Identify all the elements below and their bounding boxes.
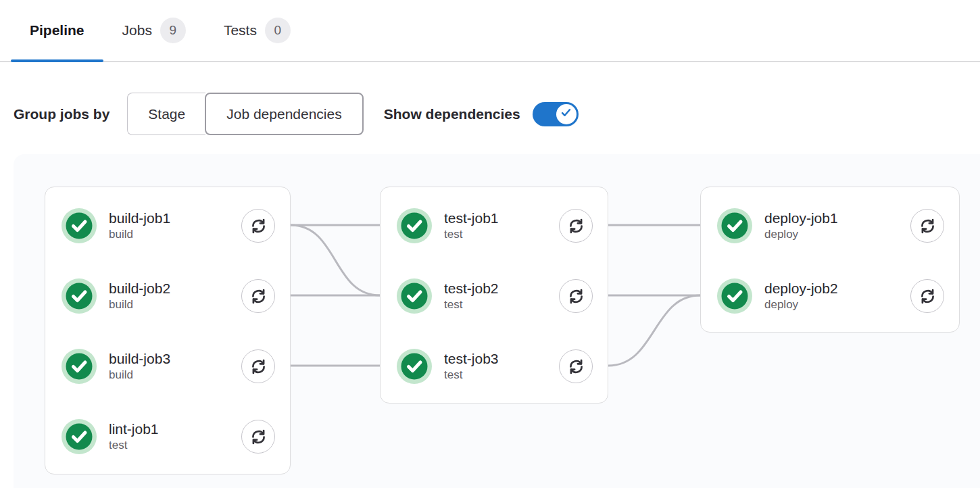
job-link[interactable]: deploy-job2 — [764, 280, 838, 297]
job-stage-label: test — [444, 297, 499, 312]
tab-jobs-label: Jobs — [122, 22, 152, 39]
job-link[interactable]: lint-job1 — [109, 420, 159, 438]
status-success-icon — [397, 278, 432, 314]
retry-button[interactable] — [241, 209, 275, 243]
job-row: build-job1 build — [45, 191, 290, 261]
retry-button[interactable] — [241, 279, 275, 313]
job-row: build-job3 build — [45, 331, 290, 401]
retry-arrows-icon — [249, 287, 268, 306]
job-row: lint-job1 test — [45, 401, 290, 472]
retry-arrows-icon — [567, 358, 585, 376]
retry-button[interactable] — [910, 279, 944, 313]
retry-button[interactable] — [910, 209, 944, 243]
job-row: build-job2 build — [45, 261, 290, 331]
tab-tests[interactable]: Tests 0 — [205, 0, 310, 61]
edge-test-job3-deploy-job2 — [608, 295, 700, 366]
job-group-build: build-job1 build build-job2 build — [45, 187, 291, 474]
job-stage-label: build — [109, 227, 170, 242]
job-link[interactable]: deploy-job1 — [764, 210, 838, 227]
job-group-test: test-job1 test test-job2 test — [380, 187, 608, 404]
status-success-icon — [62, 419, 97, 454]
retry-arrows-icon — [918, 287, 937, 306]
retry-arrows-icon — [249, 358, 268, 376]
job-link[interactable]: build-job2 — [109, 280, 170, 297]
job-stage-label: test — [444, 227, 499, 242]
job-row: deploy-job1 deploy — [701, 191, 959, 261]
job-link[interactable]: test-job2 — [444, 280, 499, 297]
job-stage-label: deploy — [764, 227, 838, 242]
retry-button[interactable] — [559, 209, 593, 243]
graph-controls: Group jobs by Stage Job dependencies Sho… — [14, 93, 980, 135]
job-stage-label: build — [109, 297, 170, 312]
check-icon — [560, 106, 572, 122]
status-success-icon — [717, 208, 752, 243]
retry-button[interactable] — [241, 420, 275, 454]
job-link[interactable]: build-job3 — [109, 350, 170, 368]
retry-arrows-icon — [249, 428, 268, 446]
group-jobs-by-label: Group jobs by — [14, 106, 109, 122]
group-by-stage-button[interactable]: Stage — [127, 93, 205, 135]
job-stage-label: test — [109, 438, 159, 453]
status-success-icon — [397, 208, 432, 243]
retry-button[interactable] — [559, 279, 593, 313]
status-success-icon — [62, 349, 97, 384]
edge-build-job1-test-job2 — [291, 225, 380, 295]
tests-count-badge: 0 — [265, 18, 291, 43]
job-link[interactable]: test-job3 — [444, 350, 499, 368]
jobs-count-badge: 9 — [160, 18, 186, 43]
job-row: deploy-job2 deploy — [701, 261, 959, 331]
job-link[interactable]: test-job1 — [444, 210, 499, 227]
status-success-icon — [62, 208, 97, 243]
retry-arrows-icon — [249, 217, 268, 235]
job-row: test-job2 test — [381, 261, 608, 331]
retry-button[interactable] — [559, 349, 593, 383]
show-dependencies-label: Show dependencies — [384, 106, 520, 122]
retry-arrows-icon — [567, 217, 585, 235]
job-stage-label: test — [444, 368, 499, 383]
toggle-knob — [556, 104, 577, 124]
job-stage-label: deploy — [764, 297, 838, 312]
tab-jobs[interactable]: Jobs 9 — [103, 0, 205, 61]
status-success-icon — [62, 278, 97, 314]
job-link[interactable]: build-job1 — [109, 210, 170, 227]
retry-button[interactable] — [241, 349, 275, 383]
group-by-job-dependencies-button[interactable]: Job dependencies — [205, 93, 363, 135]
pipeline-tabs: Pipeline Jobs 9 Tests 0 — [0, 0, 980, 62]
status-success-icon — [717, 278, 752, 314]
retry-arrows-icon — [918, 217, 937, 235]
job-row: test-job3 test — [381, 331, 608, 401]
pipeline-graph-panel: build-job1 build build-job2 build — [14, 154, 980, 488]
tab-tests-label: Tests — [224, 22, 257, 39]
pipeline-page: Pipeline Jobs 9 Tests 0 Group jobs by St… — [0, 0, 980, 488]
job-stage-label: build — [109, 368, 170, 383]
retry-arrows-icon — [567, 287, 585, 306]
job-group-deploy: deploy-job1 deploy deploy-job2 deploy — [700, 187, 960, 333]
tab-pipeline[interactable]: Pipeline — [11, 0, 103, 61]
show-dependencies-toggle[interactable] — [533, 102, 579, 126]
status-success-icon — [397, 349, 432, 384]
job-row: test-job1 test — [381, 191, 608, 261]
group-jobs-by-segmented: Stage Job dependencies — [127, 93, 363, 135]
tab-pipeline-label: Pipeline — [30, 22, 84, 39]
